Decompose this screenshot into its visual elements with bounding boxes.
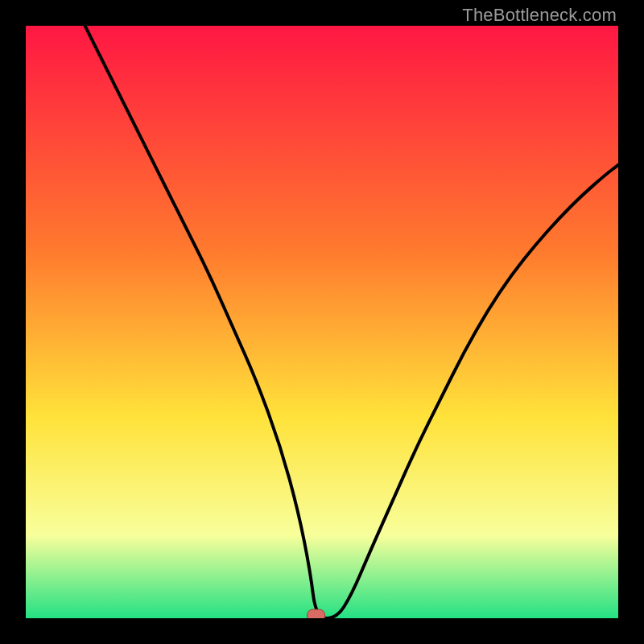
chart-frame: TheBottleneck.com [0, 0, 644, 644]
optimal-marker [308, 609, 325, 618]
gradient-background [26, 26, 618, 618]
plot-area [26, 26, 618, 618]
watermark-label: TheBottleneck.com [462, 5, 617, 26]
chart-svg [26, 26, 618, 618]
